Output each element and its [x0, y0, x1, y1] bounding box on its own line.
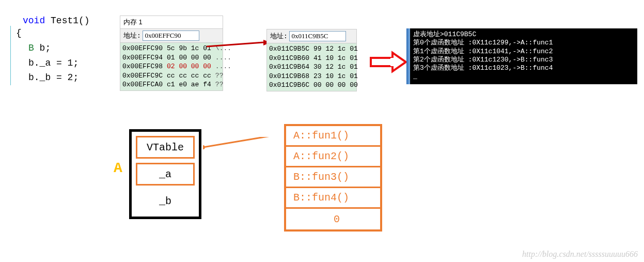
svg-line-5 — [203, 137, 283, 147]
obj-a-cell: _a — [136, 163, 195, 186]
vtable-terminator: 0 — [286, 209, 380, 229]
obj-vtable-cell: VTable — [136, 136, 195, 159]
console-cursor: _ — [413, 72, 634, 81]
addr-label: 地址: — [270, 33, 288, 40]
mem-row: 0x011C9B5C99 12 1c 01 — [269, 44, 354, 54]
vtable-entry: B::fun4() — [286, 188, 380, 209]
console-line: 第0个虚函数地址 :0X11c1299,->A::func1 — [413, 39, 634, 47]
vtable-entry: B::fun3() — [286, 167, 380, 188]
code-line-2: b._a = 1; — [10, 56, 114, 71]
console-line: 第2个虚函数地址 :0X11c1230,->B::func3 — [413, 56, 634, 64]
code-panel: void Test1() { B b; b._a = 1; b._b = 2; — [10, 16, 114, 85]
console-line: 虚表地址>011C9B5C — [413, 30, 634, 39]
addr-label: 地址: — [123, 32, 141, 40]
mem-row: 0x011C9B6041 10 1c 01 — [269, 54, 354, 63]
vtable-entry: A::fun1() — [286, 126, 380, 147]
memory-addr-bar-1: 地址: — [120, 29, 223, 43]
mem-row: 0x011C9B6823 10 1c 01 — [269, 72, 354, 81]
connector-vtable-to-table — [203, 137, 286, 160]
vtable-list: A::fun1() A::fun2() B::fun3() B::fun4() … — [284, 124, 382, 232]
mem-row: 0x011C9B6430 12 1c 01 — [269, 63, 354, 72]
svg-line-0 — [207, 42, 263, 47]
obj-b-cell: _b — [136, 190, 195, 212]
memory-addr-bar-2: 地址: — [267, 29, 356, 43]
memory-body-2: 0x011C9B5C99 12 1c 01 0x011C9B6041 10 1c… — [267, 43, 356, 91]
console-output: 虚表地址>011C9B5C 第0个虚函数地址 :0X11c1299,->A::f… — [410, 28, 637, 84]
arrow-mem1-to-mem2 — [207, 41, 274, 59]
mem-row: 0x00EFFC9401 00 00 00.... — [122, 53, 221, 63]
object-box: VTable _a _b — [129, 129, 201, 219]
console-line: 第1个虚函数地址 :0X11c1041,->A::func2 — [413, 48, 634, 56]
svg-rect-2 — [371, 58, 392, 66]
addr-input-2[interactable] — [289, 31, 346, 41]
addr-input-1[interactable] — [143, 30, 199, 41]
code-signature: void Test1() — [10, 16, 114, 26]
arrow-mem2-to-console — [371, 52, 407, 76]
mem-row: 0x00EFFC905c 9b 1c 01\... — [122, 44, 221, 53]
mem-row: 0x00EFFC9Ccc cc cc cc?? — [122, 71, 221, 81]
memory-panel-2: 地址: 0x011C9B5C99 12 1c 01 0x011C9B6041 1… — [266, 29, 357, 91]
svg-rect-4 — [390, 58, 395, 66]
svg-point-6 — [203, 145, 205, 149]
code-brace: { — [10, 26, 114, 41]
code-line-1: B b; — [10, 41, 114, 56]
vtable-entry: A::fun2() — [286, 147, 380, 167]
mem-row: 0x011C9B6C00 00 00 00 — [269, 81, 354, 90]
code-line-3: b._b = 2; — [10, 70, 114, 85]
console-accent-bar — [406, 28, 410, 84]
memory-tab-1[interactable]: 内存 1 — [120, 16, 223, 29]
label-class-A: A — [114, 160, 122, 176]
mem-row: 0x00EFFCA0c1 e0 ae f4?? — [122, 80, 221, 89]
watermark: http://blog.csdn.net/sssssuuuuu666 — [522, 250, 638, 259]
console-line: 第3个虚函数地址 :0X11c1023,->B::func4 — [413, 64, 634, 72]
mem-row: 0x00EFFC9802 00 00 00.... — [122, 62, 221, 71]
